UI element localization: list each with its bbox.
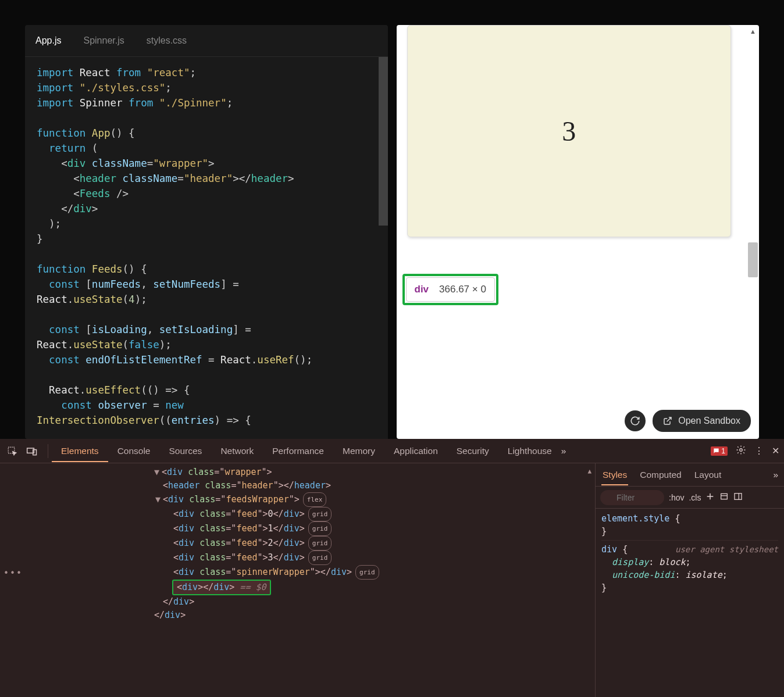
- devtools-tab-network[interactable]: Network: [211, 440, 263, 462]
- error-badge[interactable]: 1: [711, 446, 728, 456]
- tree-line[interactable]: <div class="feed">1</div>grid: [0, 521, 595, 536]
- svg-rect-10: [735, 494, 742, 500]
- divider: [48, 444, 48, 458]
- devtools-tab-application[interactable]: Application: [384, 440, 447, 462]
- styles-tabs-overflow-icon[interactable]: »: [773, 470, 778, 480]
- tree-line[interactable]: <div class="feed">2</div>grid: [0, 536, 595, 551]
- styles-tab-layout[interactable]: Layout: [693, 464, 723, 485]
- editor-tabs: App.js Spinner.js styles.css: [25, 25, 388, 57]
- svg-rect-4: [33, 449, 37, 455]
- feed-card: 3: [407, 25, 732, 237]
- tree-line[interactable]: </div>: [0, 595, 595, 609]
- tab-styles-css[interactable]: styles.css: [147, 35, 187, 46]
- error-icon: [713, 448, 719, 454]
- svg-rect-8: [721, 494, 728, 499]
- inspect-element-icon[interactable]: [5, 444, 20, 459]
- element-style-rule[interactable]: element.style { }: [601, 512, 778, 538]
- settings-icon[interactable]: [736, 445, 746, 457]
- layout-pill[interactable]: grid: [308, 551, 332, 565]
- inspect-tooltip: div 366.67 × 0: [402, 274, 498, 305]
- tab-app-js[interactable]: App.js: [35, 35, 61, 46]
- tree-line[interactable]: </div>: [0, 609, 595, 622]
- devtools-tab-lighthouse[interactable]: Lighthouse: [498, 440, 561, 462]
- editor-scrollbar[interactable]: [379, 57, 388, 439]
- code-area[interactable]: import React from "react"; import "./sty…: [25, 57, 388, 439]
- computed-styles-icon[interactable]: [719, 492, 729, 503]
- tree-line[interactable]: ▼<div class="feedsWrapper">flex: [0, 492, 595, 507]
- devtools-tab-security[interactable]: Security: [447, 440, 498, 462]
- refresh-button[interactable]: [625, 410, 646, 431]
- main-split: App.js Spinner.js styles.css import Reac…: [0, 0, 784, 439]
- styles-tab-computed[interactable]: Computed: [639, 464, 683, 485]
- devtools-tab-memory[interactable]: Memory: [333, 440, 384, 462]
- tree-overflow-icon: •••: [3, 567, 23, 580]
- open-sandbox-label: Open Sandbox: [678, 416, 740, 426]
- tree-line[interactable]: <div class="feed">3</div>grid: [0, 551, 595, 565]
- styles-toolbar: :hov .cls: [596, 487, 784, 509]
- styles-filter-input[interactable]: [600, 490, 664, 505]
- editor-scrollbar-thumb[interactable]: [379, 57, 388, 226]
- devtools-body: ▲ ••• ▼<div class="wrapper"> <header cla…: [0, 463, 784, 697]
- layout-pill[interactable]: grid: [308, 507, 332, 521]
- preview-panel: 3 ▲ div 366.67 × 0 Open Sandbox: [397, 25, 760, 439]
- tree-line[interactable]: ▼<div class="wrapper">: [0, 466, 595, 479]
- scroll-up-arrow-icon[interactable]: ▲: [748, 26, 758, 37]
- inspect-tooltip-inner: div 366.67 × 0: [406, 277, 495, 302]
- editor-panel: App.js Spinner.js styles.css import Reac…: [25, 25, 388, 439]
- new-style-rule-icon[interactable]: [705, 492, 715, 503]
- tree-line-selected[interactable]: <div></div> == $0: [0, 580, 595, 595]
- elements-tree[interactable]: ▲ ••• ▼<div class="wrapper"> <header cla…: [0, 463, 595, 697]
- devtools-tab-console[interactable]: Console: [108, 440, 160, 462]
- tab-spinner-js[interactable]: Spinner.js: [83, 35, 124, 46]
- error-count: 1: [721, 447, 725, 455]
- styles-tabs: Styles Computed Layout »: [596, 463, 784, 487]
- kebab-menu-icon[interactable]: ⋮: [754, 446, 764, 456]
- devtools-tab-elements[interactable]: Elements: [52, 440, 108, 462]
- tooltip-tag: div: [415, 284, 429, 295]
- tooltip-dimensions: 366.67 × 0: [439, 284, 486, 295]
- devtools-panel: Elements Console Sources Network Perform…: [0, 439, 784, 697]
- filter-wrap: [600, 490, 664, 505]
- styles-panel: Styles Computed Layout » :hov .cls: [595, 463, 784, 697]
- tree-line[interactable]: <header class="header"></header>: [0, 479, 595, 492]
- preview-scrollbar[interactable]: ▲: [748, 26, 758, 438]
- devtools-tabs-right: 1 ⋮ ✕: [711, 445, 779, 457]
- layout-pill[interactable]: grid: [308, 536, 332, 551]
- layout-pill[interactable]: flex: [303, 492, 327, 507]
- tree-line[interactable]: <div class="feed">0</div>grid: [0, 507, 595, 521]
- open-sandbox-button[interactable]: Open Sandbox: [653, 410, 751, 432]
- preview-toolbar: Open Sandbox: [625, 410, 751, 432]
- devtools-tab-sources[interactable]: Sources: [160, 440, 212, 462]
- cls-toggle[interactable]: .cls: [689, 493, 701, 502]
- layout-pill[interactable]: grid: [308, 521, 332, 536]
- devtools-tab-performance[interactable]: Performance: [263, 440, 333, 462]
- css-rule[interactable]: user agent stylesheet div { display: blo…: [601, 540, 778, 594]
- tree-line[interactable]: <div class="spinnerWrapper"></div>grid: [0, 565, 595, 580]
- device-toolbar-icon[interactable]: [24, 444, 40, 459]
- close-icon[interactable]: ✕: [772, 446, 779, 456]
- code-content[interactable]: import React from "react"; import "./sty…: [25, 57, 388, 439]
- styles-content[interactable]: element.style { } user agent stylesheet …: [596, 509, 784, 697]
- toggle-sidebar-icon[interactable]: [733, 492, 743, 503]
- svg-point-5: [740, 448, 743, 451]
- external-link-icon: [663, 416, 672, 426]
- rule-source: user agent stylesheet: [675, 543, 778, 556]
- devtools-tabs-overflow-icon[interactable]: »: [561, 446, 566, 456]
- layout-pill[interactable]: grid: [355, 565, 379, 580]
- hov-toggle[interactable]: :hov: [669, 493, 684, 502]
- feed-card-value: 3: [562, 115, 576, 147]
- devtools-tabs: Elements Console Sources Network Perform…: [0, 439, 784, 463]
- tree-scroll-up-icon[interactable]: ▲: [587, 464, 591, 478]
- styles-tab-styles[interactable]: Styles: [601, 464, 628, 485]
- refresh-icon: [630, 416, 640, 426]
- preview-scrollbar-thumb[interactable]: [748, 242, 758, 277]
